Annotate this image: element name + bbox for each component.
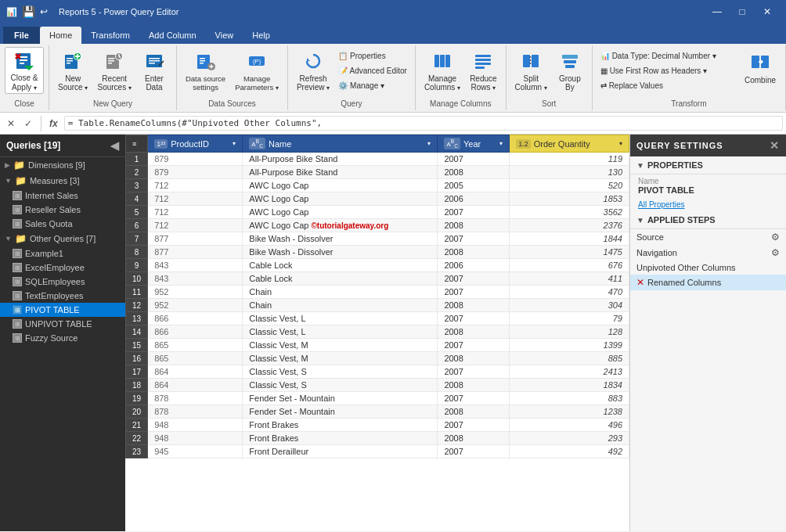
tab-home[interactable]: Home xyxy=(40,27,81,44)
table-row[interactable]: 9843Cable Lock2006676 xyxy=(126,259,629,272)
table-row[interactable]: 8877Bike Wash - Dissolver20081475 xyxy=(126,246,629,259)
group-by-button[interactable]: GroupBy xyxy=(553,47,587,94)
qty-cell: 470 xyxy=(510,286,629,299)
col-header-order-quantity[interactable]: 1.2 Order Quantity ▾ xyxy=(510,135,629,153)
sidebar-item-excel-employee[interactable]: ⊞ ExcelEmployee xyxy=(0,261,125,275)
transform-small-buttons: 📊 Data Type: Decimal Number ▾ ▦ Use Firs… xyxy=(597,47,719,92)
sidebar-item-reseller-sales[interactable]: ⊞ Reseller Sales xyxy=(0,203,125,217)
enter-data-button[interactable]: EnterData xyxy=(137,47,171,94)
table-row[interactable]: 19878Fender Set - Mountain2007883 xyxy=(126,392,629,405)
table-row[interactable]: 22948Front Brakes2008293 xyxy=(126,432,629,445)
sidebar-item-internet-sales[interactable]: ⊞ Internet Sales xyxy=(0,189,125,203)
productid-cell: 866 xyxy=(148,325,243,339)
sidebar-item-fuzzy-source[interactable]: ⊞ Fuzzy Source xyxy=(0,331,125,345)
quick-access-undo[interactable]: ↩ xyxy=(40,6,48,17)
minimize-button[interactable]: — xyxy=(705,0,730,23)
recent-sources-button[interactable]: RecentSources ▾ xyxy=(93,47,135,94)
name-cell: Chain xyxy=(243,299,438,312)
table-row[interactable]: 18864Classic Vest, S20081834 xyxy=(126,379,629,392)
tab-transform[interactable]: Transform xyxy=(81,27,139,44)
advanced-editor-button[interactable]: 📝 Advanced Editor xyxy=(335,63,410,77)
sidebar-item-pivot-table[interactable]: ⊞ PIVOT TABLE xyxy=(0,303,125,317)
tab-view[interactable]: View xyxy=(206,27,243,44)
col-header-year[interactable]: ABC Year ▾ xyxy=(438,135,510,153)
col-header-productid[interactable]: 1²³ ProductID ▾ xyxy=(148,135,243,153)
refresh-preview-button[interactable]: RefreshPreview ▾ xyxy=(293,47,334,94)
sidebar-item-text-employees[interactable]: ⊞ TextEmployees xyxy=(0,289,125,303)
new-source-button[interactable]: NewSource ▾ xyxy=(54,47,92,94)
table-row[interactable]: 3712AWC Logo Cap2005520 xyxy=(126,179,629,192)
table-row[interactable]: 17864Classic Vest, S20072413 xyxy=(126,365,629,379)
step-unpivoted[interactable]: Unpivoted Other Columns xyxy=(630,261,786,275)
table-row[interactable]: 11952Chain2007470 xyxy=(126,286,629,299)
all-properties-link[interactable]: All Properties xyxy=(638,200,684,209)
split-column-button[interactable]: SplitColumn ▾ xyxy=(511,47,551,94)
data-source-settings-button[interactable]: Data sourcesettings xyxy=(182,47,229,94)
quick-access-save[interactable]: 💾 xyxy=(22,5,35,18)
table-row[interactable]: 10843Cable Lock2007411 xyxy=(126,272,629,286)
year-dropdown-arrow[interactable]: ▾ xyxy=(499,140,503,147)
step-renamed-x-icon[interactable]: ✕ xyxy=(636,277,644,288)
applied-steps-section[interactable]: ▼ APPLIED STEPS xyxy=(630,211,786,229)
table-row[interactable]: 15865Classic Vest, M20071399 xyxy=(126,339,629,352)
dimensions-chevron[interactable]: ▶ xyxy=(5,161,10,169)
properties-section[interactable]: ▼ PROPERTIES xyxy=(630,156,786,174)
table-row[interactable]: 21948Front Brakes2007496 xyxy=(126,419,629,432)
sidebar-group-measures[interactable]: ▼ 📁 Measures [3] xyxy=(0,173,125,189)
sidebar-group-dimensions[interactable]: ▶ 📁 Dimensions [9] xyxy=(0,157,125,173)
tab-help[interactable]: Help xyxy=(243,27,279,44)
close-apply-button[interactable]: Close &Apply ▾ xyxy=(5,47,44,94)
table-row[interactable]: 6712AWC Logo Cap ©tutorialgateway.org200… xyxy=(126,219,629,232)
tab-add-column[interactable]: Add Column xyxy=(139,27,206,44)
formula-confirm-button[interactable]: ✓ xyxy=(20,116,36,131)
queries-header-label: Queries [19] xyxy=(6,140,60,151)
sidebar-item-sales-quota[interactable]: ⊞ Sales Quota xyxy=(0,217,125,231)
properties-button[interactable]: 📋 Properties xyxy=(335,49,410,63)
col-header-name[interactable]: ABC Name ▾ xyxy=(243,135,438,153)
combine-button[interactable]: Combine xyxy=(740,47,781,94)
table-row[interactable]: 14866Classic Vest, L2008128 xyxy=(126,325,629,339)
svg-rect-35 xyxy=(475,55,491,57)
table-row[interactable]: 4712AWC Logo Cap20061853 xyxy=(126,192,629,206)
table-row[interactable]: 1879All-Purpose Bike Stand2007119 xyxy=(126,153,629,166)
table-row[interactable]: 12952Chain2008304 xyxy=(126,299,629,312)
productid-dropdown-arrow[interactable]: ▾ xyxy=(233,140,236,147)
table-row[interactable]: 2879All-Purpose Bike Stand2008130 xyxy=(126,166,629,179)
table-row[interactable]: 16865Classic Vest, M2008885 xyxy=(126,352,629,365)
replace-values-button[interactable]: ⇄ Replace Values xyxy=(597,78,719,92)
sidebar-group-other-queries[interactable]: ▼ 📁 Other Queries [7] xyxy=(0,231,125,246)
data-table-container[interactable]: ≡ 1²³ ProductID ▾ ABC xyxy=(125,135,629,531)
table-row[interactable]: 20878Fender Set - Mountain20081238 xyxy=(126,405,629,419)
name-dropdown-arrow[interactable]: ▾ xyxy=(427,140,431,147)
formula-cancel-button[interactable]: ✕ xyxy=(3,116,19,131)
svg-rect-8 xyxy=(67,60,73,62)
sidebar-item-sql-employees[interactable]: ⊞ SQLEmployees xyxy=(0,275,125,289)
sidebar-collapse-button[interactable]: ◀ xyxy=(110,139,119,152)
manage-button[interactable]: ⚙️ Manage ▾ xyxy=(335,78,410,92)
other-queries-chevron[interactable]: ▼ xyxy=(5,235,12,243)
productid-cell: 712 xyxy=(148,192,243,206)
data-type-button[interactable]: 📊 Data Type: Decimal Number ▾ xyxy=(597,49,719,63)
step-source-gear[interactable]: ⚙ xyxy=(771,232,780,243)
reduce-rows-button[interactable]: ReduceRows ▾ xyxy=(466,47,500,94)
formula-input[interactable] xyxy=(64,116,783,131)
use-first-row-button[interactable]: ▦ Use First Row as Headers ▾ xyxy=(597,63,719,77)
sidebar-item-unpivot-table[interactable]: ⊞ UNPIVOT TABLE xyxy=(0,317,125,331)
measures-chevron[interactable]: ▼ xyxy=(5,177,12,185)
maximize-button[interactable]: □ xyxy=(730,0,755,23)
qty-dropdown-arrow[interactable]: ▾ xyxy=(619,140,622,147)
step-navigation-gear[interactable]: ⚙ xyxy=(771,247,780,258)
manage-columns-button[interactable]: ManageColumns ▾ xyxy=(420,47,464,94)
close-button[interactable]: ✕ xyxy=(755,0,780,23)
step-renamed[interactable]: ✕ Renamed Columns xyxy=(630,275,786,290)
table-row[interactable]: 7877Bike Wash - Dissolver20071844 xyxy=(126,232,629,246)
step-navigation[interactable]: Navigation ⚙ xyxy=(630,245,786,261)
step-source[interactable]: Source ⚙ xyxy=(630,229,786,245)
sidebar-item-example1[interactable]: ⊞ Example1 xyxy=(0,246,125,261)
manage-parameters-button[interactable]: {P} ManageParameters ▾ xyxy=(231,47,283,94)
right-panel-close-button[interactable]: ✕ xyxy=(770,139,780,152)
tab-file[interactable]: File xyxy=(3,27,40,44)
table-row[interactable]: 5712AWC Logo Cap20073562 xyxy=(126,206,629,219)
table-row[interactable]: 23945Front Derailleur2007492 xyxy=(126,445,629,458)
table-row[interactable]: 13866Classic Vest, L200779 xyxy=(126,312,629,325)
